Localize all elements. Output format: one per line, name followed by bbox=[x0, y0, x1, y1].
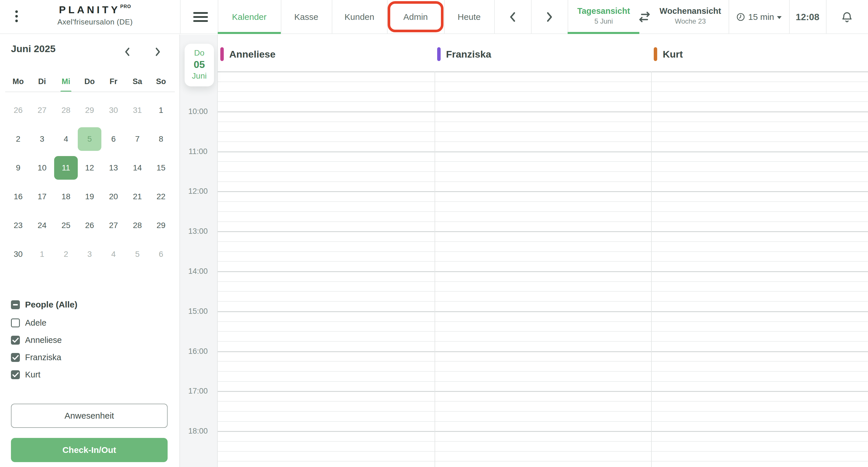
minical-day-1[interactable]: 1 bbox=[30, 242, 54, 266]
minical-day-11[interactable]: 11 bbox=[54, 156, 78, 180]
member-name: Franziska bbox=[25, 353, 61, 362]
check-in-out-button[interactable]: Check-In/Out bbox=[11, 438, 167, 462]
attendance-button[interactable]: Anwesenheit bbox=[11, 404, 167, 428]
grid-line bbox=[218, 131, 868, 132]
grid-line bbox=[218, 201, 868, 202]
minical-day-1[interactable]: 1 bbox=[149, 98, 173, 122]
minical-day-12[interactable]: 12 bbox=[78, 156, 101, 180]
column-header-franziska: Franziska bbox=[437, 47, 491, 61]
minical-day-17[interactable]: 17 bbox=[30, 185, 54, 209]
time-label-17-00: 17:00 bbox=[180, 385, 216, 397]
minical-day-22[interactable]: 22 bbox=[149, 185, 173, 209]
minical-day-3[interactable]: 3 bbox=[30, 127, 54, 151]
minical-day-5[interactable]: 5 bbox=[126, 242, 149, 266]
grid-line bbox=[218, 401, 868, 402]
people-member-franziska[interactable]: Franziska bbox=[11, 351, 61, 364]
people-member-anneliese[interactable]: Anneliese bbox=[11, 334, 62, 346]
checkbox-anneliese[interactable] bbox=[11, 336, 20, 345]
grid-line bbox=[218, 461, 868, 462]
salon-name: Axel'friseursalon (DE) bbox=[29, 18, 161, 27]
minical-day-6[interactable]: 6 bbox=[149, 242, 173, 266]
notifications-button[interactable] bbox=[826, 0, 868, 34]
minical-day-23[interactable]: 23 bbox=[6, 214, 30, 237]
minical-day-27[interactable]: 27 bbox=[102, 214, 125, 237]
minical-day-2[interactable]: 2 bbox=[6, 127, 30, 151]
minical-day-26[interactable]: 26 bbox=[78, 214, 101, 237]
header-divider bbox=[728, 0, 729, 34]
tab-tagesansicht[interactable]: Tagesansicht 5 Juni bbox=[568, 0, 640, 34]
minical-day-7[interactable]: 7 bbox=[126, 127, 149, 151]
people-member-kurt[interactable]: Kurt bbox=[11, 368, 40, 381]
minical-day-27[interactable]: 27 bbox=[30, 98, 54, 122]
member-name: Adele bbox=[25, 318, 46, 328]
tab-kasse[interactable]: Kasse bbox=[281, 0, 332, 34]
minical-day-29[interactable]: 29 bbox=[149, 214, 173, 237]
kebab-menu-icon[interactable] bbox=[15, 10, 19, 24]
grid-line bbox=[218, 142, 868, 142]
minical-day-25[interactable]: 25 bbox=[54, 214, 78, 237]
minical-day-2[interactable]: 2 bbox=[54, 242, 78, 266]
grid-line bbox=[218, 321, 868, 322]
minical-day-14[interactable]: 14 bbox=[126, 156, 149, 180]
minical-day-10[interactable]: 10 bbox=[30, 156, 54, 180]
header-divider bbox=[387, 0, 388, 34]
minical-day-5[interactable]: 5 bbox=[78, 127, 101, 151]
minical-day-26[interactable]: 26 bbox=[6, 98, 30, 122]
interval-dropdown[interactable]: 15 min bbox=[728, 0, 789, 34]
minical-weekday-sa: Sa bbox=[126, 76, 149, 87]
minical-day-9[interactable]: 9 bbox=[6, 156, 30, 180]
people-member-adele[interactable]: Adele bbox=[11, 316, 46, 329]
day-badge: Do 05 Juni bbox=[185, 44, 214, 86]
swap-views-icon[interactable] bbox=[638, 10, 651, 24]
tab-admin[interactable]: Admin bbox=[387, 0, 444, 34]
mini-calendar-prev-button[interactable] bbox=[121, 45, 134, 58]
calendar-next-button[interactable] bbox=[531, 0, 568, 34]
tab-kunden[interactable]: Kunden bbox=[332, 0, 387, 34]
grid-line bbox=[218, 331, 868, 332]
minical-day-30[interactable]: 30 bbox=[6, 242, 30, 266]
tab-heute[interactable]: Heute bbox=[444, 0, 494, 34]
tab-kalender[interactable]: Kalender bbox=[218, 0, 281, 34]
column-divider bbox=[435, 71, 435, 467]
grid-line bbox=[218, 181, 868, 182]
minical-day-28[interactable]: 28 bbox=[126, 214, 149, 237]
mini-calendar-next-button[interactable] bbox=[152, 45, 164, 58]
minical-day-24[interactable]: 24 bbox=[30, 214, 54, 237]
minical-day-6[interactable]: 6 bbox=[102, 127, 125, 151]
minical-day-21[interactable]: 21 bbox=[126, 185, 149, 209]
schedule-grid[interactable]: AnnelieseFranziskaKurt bbox=[218, 35, 868, 467]
minical-day-19[interactable]: 19 bbox=[78, 185, 101, 209]
time-label-14-00: 14:00 bbox=[180, 266, 216, 277]
grid-line bbox=[218, 82, 868, 82]
minical-day-3[interactable]: 3 bbox=[78, 242, 101, 266]
minical-day-15[interactable]: 15 bbox=[149, 156, 173, 180]
checkbox-adele[interactable] bbox=[11, 318, 20, 328]
minical-day-18[interactable]: 18 bbox=[54, 185, 78, 209]
checkbox-kurt[interactable] bbox=[11, 370, 20, 379]
minical-day-30[interactable]: 30 bbox=[102, 98, 125, 122]
minical-day-13[interactable]: 13 bbox=[102, 156, 125, 180]
minical-day-20[interactable]: 20 bbox=[102, 185, 125, 209]
hamburger-menu-icon[interactable] bbox=[193, 12, 208, 22]
minical-day-29[interactable]: 29 bbox=[78, 98, 101, 122]
header-divider bbox=[531, 0, 532, 34]
checkbox-franziska[interactable] bbox=[11, 353, 20, 362]
minical-day-16[interactable]: 16 bbox=[6, 185, 30, 209]
column-header-kurt: Kurt bbox=[654, 47, 683, 61]
grid-line bbox=[218, 431, 868, 432]
minical-day-8[interactable]: 8 bbox=[149, 127, 173, 151]
minical-day-28[interactable]: 28 bbox=[54, 98, 78, 122]
time-label-12-00: 12:00 bbox=[180, 185, 216, 197]
minical-day-4[interactable]: 4 bbox=[54, 127, 78, 151]
people-filter-header[interactable]: People (Alle) bbox=[11, 298, 78, 311]
minical-day-31[interactable]: 31 bbox=[126, 98, 149, 122]
calendar-prev-button[interactable] bbox=[494, 0, 531, 34]
people-all-checkbox[interactable] bbox=[11, 300, 20, 309]
tab-wochenansicht[interactable]: Wochenansicht Woche 23 bbox=[654, 0, 726, 34]
column-color-bar bbox=[220, 47, 224, 61]
column-divider bbox=[651, 71, 652, 467]
grid-line bbox=[218, 451, 868, 452]
day-badge-day: 05 bbox=[185, 59, 214, 70]
grid-line bbox=[218, 122, 868, 122]
minical-day-4[interactable]: 4 bbox=[102, 242, 125, 266]
